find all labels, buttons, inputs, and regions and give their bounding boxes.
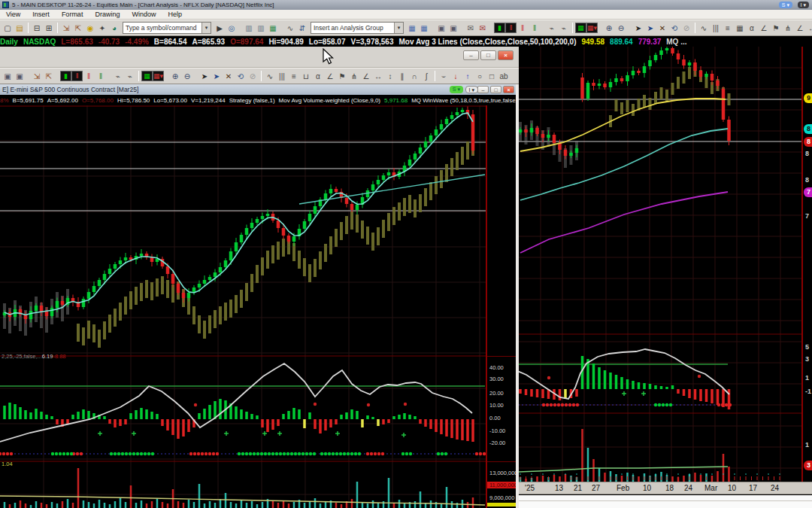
es-restore-button[interactable]: □	[490, 86, 501, 93]
minimize-button[interactable]: –	[463, 50, 479, 60]
bar-chart-icon[interactable]: ‖	[505, 23, 517, 33]
export-icon[interactable]: ⇲	[60, 22, 72, 34]
bars-green-icon[interactable]: ‖	[529, 22, 541, 34]
message-icon[interactable]: ✉	[465, 22, 477, 34]
bars-green-icon[interactable]: ‖	[95, 70, 107, 82]
new-window-icon[interactable]: ▣	[2, 70, 14, 82]
es-minimize-button[interactable]: –	[477, 86, 489, 93]
analysis-group-input[interactable]: Insert an Analysis Group▾	[311, 22, 404, 34]
bar-chart-icon[interactable]: ‖	[71, 71, 83, 81]
pulse-2-icon[interactable]: ⌁	[124, 70, 136, 82]
ellipse-icon[interactable]: ○	[474, 70, 486, 82]
send-to-icon[interactable]: ⇵	[296, 22, 308, 34]
horizontal-arrow-icon[interactable]: ↔	[806, 22, 812, 34]
menu-help[interactable]: Help	[162, 11, 188, 18]
duplicate-window-icon[interactable]: ▣	[447, 22, 459, 34]
angle-tool-icon[interactable]: α	[746, 22, 758, 34]
analysis-window-icon[interactable]: ▦	[406, 22, 418, 34]
matrix-dropdown-icon[interactable]: ▦▾	[153, 71, 164, 81]
close-button[interactable]: ×	[498, 50, 514, 60]
freehand-icon[interactable]: ∿	[264, 70, 276, 82]
fib-retracement-icon[interactable]: ⋔	[348, 70, 360, 82]
nflx-chart-canvas[interactable]	[519, 47, 801, 482]
es-close-button[interactable]: ×	[503, 86, 514, 93]
menu-view[interactable]: View	[0, 11, 26, 18]
print-icon[interactable]: ⊟	[31, 22, 43, 34]
rotate-icon[interactable]: ⟲	[235, 70, 247, 82]
strategy-button[interactable]: S ▾	[779, 2, 792, 8]
candle-chart-icon[interactable]: ▮	[494, 23, 505, 33]
bars-red-icon[interactable]: ‖	[517, 22, 529, 34]
go-icon[interactable]: ▶	[214, 22, 226, 34]
fib-retracement-icon[interactable]: ⋔	[782, 22, 794, 34]
lock-icon[interactable]: ◉	[84, 22, 96, 34]
horizontal-lines-icon[interactable]: ≡	[288, 70, 300, 82]
cursor-icon[interactable]: ➤	[198, 70, 211, 82]
arc2-icon[interactable]: ⌣	[438, 70, 450, 82]
layout-1-icon[interactable]: ▥	[243, 22, 255, 34]
flag-icon[interactable]: ⚑	[770, 22, 782, 34]
pulse-icon[interactable]: ⌁	[112, 70, 124, 82]
export-icon[interactable]: ⇲	[31, 70, 43, 82]
layout-2-icon[interactable]: ▥	[255, 22, 267, 34]
new-window-icon[interactable]: ▣	[435, 22, 447, 34]
zoom-in-icon[interactable]: ⊕	[603, 22, 615, 34]
analysis-window-2-icon[interactable]: ▦	[418, 22, 430, 34]
matrix-dropdown-icon[interactable]: ▦▾	[586, 23, 598, 33]
candle-chart-icon[interactable]: ▮	[60, 71, 71, 81]
pulse-icon[interactable]: ⌁	[546, 22, 558, 34]
menu-window[interactable]: Window	[126, 11, 162, 18]
nflx-price-axis[interactable]: 9888877531-113	[801, 47, 812, 482]
curve-tool-icon[interactable]: ʃ	[420, 70, 432, 82]
chevron-down-icon[interactable]: ▾	[394, 23, 403, 33]
tools-icon[interactable]: ✕	[223, 70, 235, 82]
vertical-lines-icon[interactable]: |||	[710, 22, 722, 34]
chevron-down-icon[interactable]: ▾	[201, 23, 211, 33]
nflx-date-axis[interactable]: '25132127Feb101824Mar101724	[519, 482, 812, 494]
symbol-input[interactable]: Type a symbol/command▾	[123, 22, 211, 34]
vertical-lines-icon[interactable]: |||	[276, 70, 288, 82]
trendline-icon[interactable]: ∠	[324, 70, 336, 82]
indicator-button[interactable]: I ▾	[798, 2, 809, 8]
pointer-tool-icon[interactable]: ✦	[96, 22, 108, 34]
es-price-axis[interactable]: 40.0030.0020.0010.000.00-10.00-20.0013,0…	[486, 105, 516, 508]
clip-icon[interactable]: ⊘	[680, 22, 692, 34]
restore-button[interactable]: □	[480, 50, 496, 60]
zoom-out-icon[interactable]: ⊖	[181, 70, 193, 82]
es-strategy-button[interactable]: S ▾	[450, 86, 463, 93]
layout-grid-icon[interactable]: ▦	[267, 22, 279, 34]
horizontal-arrow-icon[interactable]: ↔	[372, 70, 384, 82]
arrow-down-icon[interactable]: ↓	[450, 70, 462, 82]
zoom-in-icon[interactable]: ⊕	[169, 70, 181, 82]
vertical-arrow-icon[interactable]: ↕	[384, 70, 396, 82]
freehand-icon[interactable]: ∿	[698, 22, 710, 34]
pitchfork-icon[interactable]: ∠	[794, 22, 806, 34]
matrix-icon[interactable]: ▦	[141, 71, 153, 81]
import-icon[interactable]: ⇱	[72, 22, 84, 34]
horizontal-lines-icon[interactable]: ≡	[722, 22, 734, 34]
arrow-up-icon[interactable]: ↑	[462, 70, 474, 82]
globe-icon[interactable]: ◕	[108, 22, 120, 34]
text-tool-icon[interactable]: ab	[498, 70, 510, 82]
trendline-icon[interactable]: ∠	[758, 22, 770, 34]
grid-tool-icon[interactable]: ▦	[734, 22, 746, 34]
angle-tool-icon[interactable]: α	[312, 70, 324, 82]
trash-icon[interactable]: ⊔	[300, 70, 312, 82]
new-workspace-icon[interactable]: ▢	[2, 22, 14, 34]
menu-insert[interactable]: Insert	[26, 11, 56, 18]
arc-icon[interactable]: ∩	[408, 70, 420, 82]
pulse-2-icon[interactable]: ⌁	[558, 22, 570, 34]
cursor-select-icon[interactable]: ➤	[644, 22, 656, 34]
matrix-icon[interactable]: ▦	[575, 23, 586, 33]
zoom-out-icon[interactable]: ⊖	[615, 22, 627, 34]
curve-icon[interactable]: ∿	[284, 22, 296, 34]
duplicate-window-icon[interactable]: ▣	[14, 70, 26, 82]
rotate-icon[interactable]: ⟲	[668, 22, 680, 34]
menu-drawing[interactable]: Drawing	[89, 11, 126, 18]
bars-red-icon[interactable]: ‖	[83, 70, 95, 82]
flag-icon[interactable]: ⚑	[336, 70, 348, 82]
import-icon[interactable]: ⇱	[43, 70, 55, 82]
es-chart-canvas[interactable]	[0, 105, 486, 508]
tools-icon[interactable]: ✕	[656, 22, 668, 34]
print-preview-icon[interactable]: ⊞	[43, 22, 55, 34]
